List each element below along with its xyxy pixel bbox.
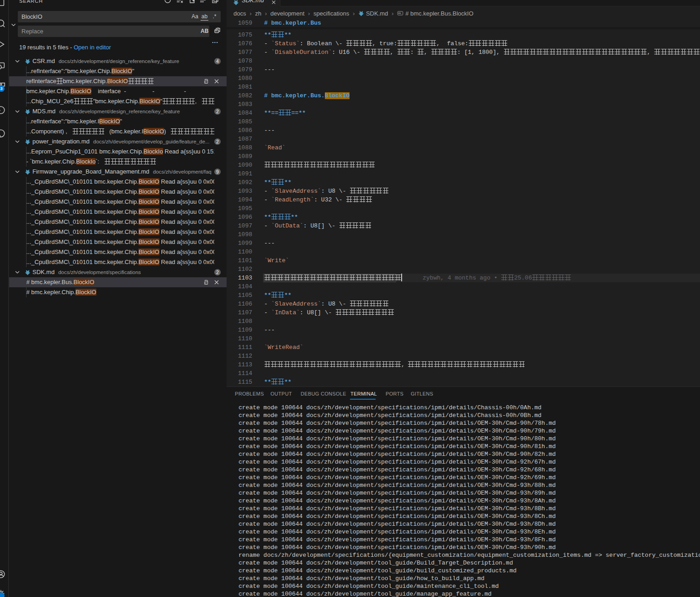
svg-text:c: c [205, 282, 207, 285]
svg-text:c: c [205, 81, 207, 84]
